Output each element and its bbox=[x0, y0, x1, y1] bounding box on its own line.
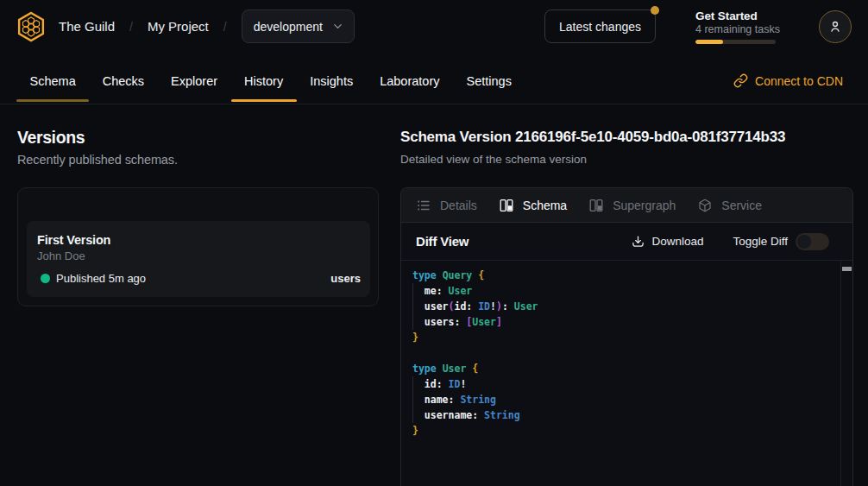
nav-tabs: Schema Checks Explorer History Insights … bbox=[16, 58, 525, 104]
box-icon bbox=[698, 199, 712, 212]
version-name: First Version bbox=[37, 233, 361, 248]
toggle-diff-switch[interactable] bbox=[796, 233, 829, 250]
guild-logo-icon[interactable] bbox=[16, 11, 47, 42]
download-icon bbox=[632, 235, 645, 248]
published-status-dot bbox=[41, 274, 50, 283]
version-status: Published 5m ago bbox=[56, 272, 146, 285]
nav-tab-insights[interactable]: Insights bbox=[297, 58, 367, 104]
connect-to-cdn-link[interactable]: Connect to CDN bbox=[733, 73, 843, 88]
project-nav: Schema Checks Explorer History Insights … bbox=[0, 53, 868, 104]
get-started-title: Get Started bbox=[695, 9, 776, 23]
breadcrumb-separator: / bbox=[129, 20, 133, 34]
columns-icon bbox=[500, 199, 513, 212]
versions-title: Versions bbox=[17, 128, 379, 148]
diff-header: Diff View Download Toggle Diff bbox=[401, 223, 852, 261]
target-selector[interactable]: development bbox=[242, 9, 355, 43]
version-detail-section: Schema Version 2166196f-5e10-4059-bd0a-0… bbox=[400, 104, 868, 486]
panel-tab-supergraph[interactable]: Supergraph bbox=[589, 199, 676, 212]
panel-tabs: Details Schema Supergraph bbox=[401, 188, 852, 223]
latest-changes-label: Latest changes bbox=[559, 20, 641, 34]
nav-tab-history[interactable]: History bbox=[231, 58, 297, 104]
panel-tab-schema[interactable]: Schema bbox=[500, 199, 567, 212]
code-scrollbar-thumb[interactable] bbox=[842, 267, 852, 271]
schema-code-viewer[interactable]: type Query { me: User user(id: ID!): Use… bbox=[401, 261, 852, 486]
chevron-down-icon bbox=[331, 20, 344, 33]
versions-subtitle: Recently published schemas. bbox=[17, 152, 379, 167]
panel-tab-service[interactable]: Service bbox=[698, 199, 762, 212]
get-started-subtitle: 4 remaining tasks bbox=[695, 23, 776, 36]
version-detail-panel: Details Schema Supergraph bbox=[400, 187, 853, 486]
list-icon bbox=[417, 199, 431, 212]
app-header: The Guild / My Project / development Lat… bbox=[0, 0, 868, 53]
breadcrumb-org[interactable]: The Guild bbox=[59, 19, 115, 34]
nav-tab-laboratory[interactable]: Laboratory bbox=[367, 58, 453, 104]
notification-dot bbox=[651, 6, 659, 15]
get-started-widget[interactable]: Get Started 4 remaining tasks bbox=[695, 9, 776, 44]
header-right: Latest changes Get Started 4 remaining t… bbox=[544, 9, 852, 44]
breadcrumb: The Guild / My Project / development bbox=[59, 9, 355, 43]
version-detail-title: Schema Version 2166196f-5e10-4059-bd0a-0… bbox=[400, 128, 853, 147]
avatar[interactable] bbox=[819, 10, 852, 43]
cdn-link-label: Connect to CDN bbox=[755, 74, 843, 88]
nav-tab-settings[interactable]: Settings bbox=[453, 58, 525, 104]
link-icon bbox=[733, 73, 748, 88]
download-button[interactable]: Download bbox=[632, 235, 703, 248]
get-started-progress-fill bbox=[695, 40, 723, 44]
latest-changes-button[interactable]: Latest changes bbox=[544, 9, 656, 43]
version-detail-subtitle: Detailed view of the schema version bbox=[400, 152, 853, 167]
versions-section: Versions Recently published schemas. Fir… bbox=[0, 104, 400, 486]
columns-icon bbox=[589, 199, 603, 212]
version-author: John Doe bbox=[37, 249, 361, 262]
version-service-badge: users bbox=[330, 272, 361, 285]
nav-tab-checks[interactable]: Checks bbox=[89, 58, 157, 104]
breadcrumb-separator: / bbox=[223, 20, 227, 34]
toggle-diff-label: Toggle Diff bbox=[733, 235, 788, 248]
breadcrumb-project[interactable]: My Project bbox=[148, 19, 209, 34]
nav-tab-explorer[interactable]: Explorer bbox=[158, 58, 231, 104]
diff-view-title: Diff View bbox=[416, 234, 469, 249]
indent-guide bbox=[412, 376, 413, 423]
person-icon bbox=[827, 19, 843, 35]
indent-guide bbox=[412, 283, 413, 330]
main-content: Versions Recently published schemas. Fir… bbox=[0, 104, 868, 486]
schema-sdl-code: type Query { me: User user(id: ID!): Use… bbox=[412, 268, 840, 439]
panel-tab-details[interactable]: Details bbox=[417, 199, 477, 212]
nav-tab-schema[interactable]: Schema bbox=[16, 58, 89, 104]
get-started-progress bbox=[695, 40, 776, 44]
version-list-item[interactable]: First Version John Doe Published 5m ago … bbox=[27, 221, 370, 297]
versions-card: First Version John Doe Published 5m ago … bbox=[17, 187, 379, 306]
code-scrollbar[interactable] bbox=[840, 261, 852, 486]
target-selector-value: development bbox=[254, 20, 323, 34]
